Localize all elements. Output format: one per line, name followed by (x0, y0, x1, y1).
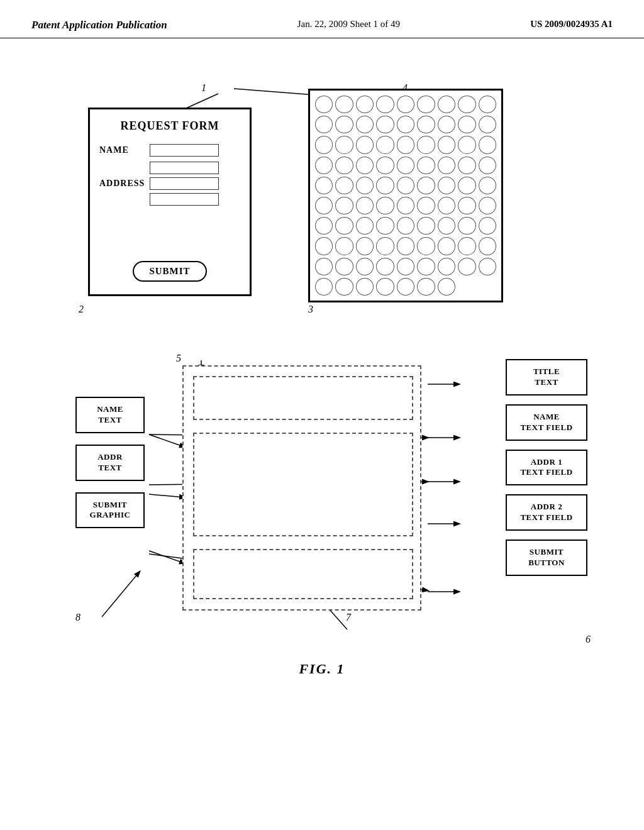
svg-line-4 (149, 434, 185, 447)
circle (356, 258, 374, 275)
submit-button-line2: BUTTON (528, 558, 565, 567)
circle (315, 136, 333, 153)
circle (397, 197, 414, 214)
left-component-boxes: NAME TEXT ADDR TEXT SUBMIT GRAPHIC (75, 397, 145, 528)
submit-button-box: SUBMIT BUTTON (506, 540, 587, 576)
circle (356, 217, 374, 235)
circle (417, 258, 435, 275)
circle (376, 278, 394, 296)
circle (315, 258, 333, 275)
circle (458, 217, 475, 235)
circle (438, 177, 455, 194)
circle (315, 217, 333, 235)
circle (458, 136, 475, 153)
fig1-label-7: 7 (346, 612, 351, 623)
circle (376, 258, 394, 275)
header-date-sheet: Jan. 22, 2009 Sheet 1 of 49 (297, 19, 400, 30)
fig1-label-1: 1 (201, 82, 206, 94)
fig1-label-3: 3 (308, 304, 313, 315)
circle (479, 237, 496, 255)
circle (417, 96, 435, 113)
addr-text-box: ADDR TEXT (75, 445, 145, 481)
circle (479, 96, 496, 113)
addr-input-2 (150, 177, 219, 190)
circle (438, 237, 455, 255)
circle (356, 177, 374, 194)
circle (458, 157, 475, 174)
address-fields (150, 162, 219, 206)
addr1-text-field-line2: TEXT FIELD (520, 467, 572, 477)
circle (397, 278, 414, 296)
circle (335, 278, 353, 296)
circle (335, 136, 353, 153)
name-text-line2: TEXT (98, 415, 121, 424)
circle (479, 157, 496, 174)
submit-button-visual: SUBMIT (133, 261, 206, 282)
circle (397, 116, 414, 133)
circle (417, 157, 435, 174)
circle (315, 116, 333, 133)
fig1-label-5: 5 (176, 353, 181, 364)
circle (417, 217, 435, 235)
circle (397, 258, 414, 275)
header-publication-type: Patent Application Publication (31, 19, 167, 31)
title-text-line1: TITLE (533, 367, 560, 376)
address-label: ADDRESS (99, 179, 150, 189)
circle (458, 237, 475, 255)
circle (438, 136, 455, 153)
page-header: Patent Application Publication Jan. 22, … (0, 0, 644, 38)
circle (335, 177, 353, 194)
circle (376, 237, 394, 255)
circle (315, 157, 333, 174)
addr-text-line2: TEXT (98, 463, 121, 472)
circle (335, 157, 353, 174)
address-field-row: ADDRESS (99, 162, 240, 206)
circle (438, 96, 455, 113)
circle (356, 157, 374, 174)
circle (335, 217, 353, 235)
circle (356, 116, 374, 133)
circle (376, 197, 394, 214)
dashed-submit-region (193, 549, 413, 599)
circle (479, 217, 496, 235)
circle (438, 258, 455, 275)
circle (438, 116, 455, 133)
submit-area: SUBMIT (99, 261, 240, 288)
circle (417, 197, 435, 214)
addr1-text-field-box: ADDR 1 TEXT FIELD (506, 450, 587, 486)
circle (356, 197, 374, 214)
circle (335, 237, 353, 255)
svg-line-8 (149, 551, 185, 563)
circle (438, 217, 455, 235)
form-title: REQUEST FORM (99, 119, 240, 133)
circle (315, 278, 333, 296)
fig1-bottom-section: 5 NAME TEXT ADDR TEXT SUBMIT GRAPHIC (38, 346, 606, 655)
circle (397, 136, 414, 153)
submit-button-line1: SUBMIT (530, 547, 564, 556)
circle (438, 278, 455, 296)
circle (356, 278, 374, 296)
dashed-form-outer (182, 365, 421, 611)
circles-grid-box (308, 89, 503, 302)
circle (315, 237, 333, 255)
addr1-text-field-line1: ADDR 1 (531, 457, 562, 467)
circle (438, 157, 455, 174)
circle (335, 258, 353, 275)
circle (417, 136, 435, 153)
name-label: NAME (99, 145, 150, 155)
circle (376, 217, 394, 235)
circle (417, 278, 435, 296)
addr-text-line1: ADDR (97, 452, 123, 462)
dashed-title-region (193, 376, 413, 420)
circle (417, 237, 435, 255)
circle (376, 177, 394, 194)
addr2-text-field-line2: TEXT FIELD (520, 512, 572, 522)
circles-grid (315, 96, 496, 296)
addr2-text-field-box: ADDR 2 TEXT FIELD (506, 494, 587, 531)
circle (376, 136, 394, 153)
addr-input-1 (150, 162, 219, 174)
main-content: 1 4 REQUEST FORM NAME ADDRESS SUBMIT (0, 38, 644, 690)
circle (397, 237, 414, 255)
circle (335, 116, 353, 133)
name-input-visual (150, 144, 219, 157)
